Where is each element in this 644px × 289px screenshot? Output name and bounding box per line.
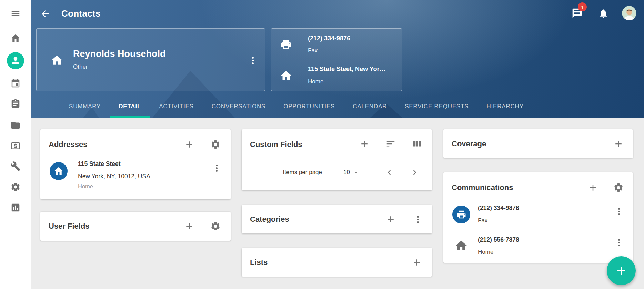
address-home-icon bbox=[50, 162, 68, 180]
lists-title: Lists bbox=[250, 258, 268, 267]
sidebar-item-tasks[interactable] bbox=[0, 95, 31, 112]
addresses-card: Addresses 115 State Steet New York, NY, … bbox=[40, 129, 231, 199]
categories-more-options-icon[interactable] bbox=[413, 215, 422, 224]
sidebar-item-home[interactable] bbox=[0, 30, 31, 47]
items-per-page-select[interactable]: 10 bbox=[334, 166, 368, 179]
sidebar-item-calendar[interactable] bbox=[0, 75, 31, 92]
lists-card: Lists bbox=[242, 248, 432, 277]
clipboard-icon bbox=[10, 99, 21, 109]
contacts-icon bbox=[7, 52, 24, 69]
communication-home-label: Home bbox=[478, 249, 493, 256]
communication-fax-label: Fax bbox=[478, 217, 487, 224]
dropdown-caret-icon bbox=[354, 171, 358, 175]
home-icon bbox=[280, 69, 292, 82]
page-title: Contacts bbox=[61, 8, 101, 19]
notifications-bell-icon[interactable] bbox=[598, 8, 608, 19]
communication-fax-more-options-icon[interactable] bbox=[614, 207, 623, 216]
communications-card: Communications (212) 334-9876 Fax (212) … bbox=[443, 172, 633, 263]
communication-fax-icon bbox=[452, 206, 470, 223]
sidebar-item-contacts-active[interactable] bbox=[0, 52, 31, 69]
address-line2: New York, NY, 10012, USA bbox=[78, 173, 150, 180]
communications-title: Communications bbox=[452, 183, 513, 192]
tab-service-requests[interactable]: SERVICE REQUESTS bbox=[396, 96, 477, 118]
back-arrow-icon[interactable] bbox=[40, 9, 50, 19]
custom-fields-card: Custom Fields Items per page 10 bbox=[242, 129, 432, 190]
quick-info-fax-number: (212) 334-9876 bbox=[308, 35, 350, 42]
addresses-settings-gear-icon[interactable] bbox=[210, 139, 221, 150]
categories-title: Categories bbox=[250, 215, 289, 224]
communication-home-icon bbox=[455, 239, 468, 252]
communications-settings-gear-icon[interactable] bbox=[613, 182, 624, 193]
folder-icon bbox=[10, 120, 21, 130]
communication-home-number: (212) 556-7878 bbox=[478, 236, 519, 243]
household-home-icon bbox=[50, 54, 63, 67]
detail-content: Addresses 115 State Steet New York, NY, … bbox=[31, 118, 644, 289]
fax-icon bbox=[280, 38, 292, 51]
gear-icon bbox=[10, 182, 21, 192]
address-more-options-icon[interactable] bbox=[212, 164, 221, 173]
tab-opportunities[interactable]: OPPORTUNITIES bbox=[274, 96, 344, 118]
calendar-icon bbox=[10, 78, 21, 89]
address-line1: 115 State Steet bbox=[78, 160, 121, 168]
tab-calendar[interactable]: CALENDAR bbox=[344, 96, 396, 118]
add-user-field-icon[interactable] bbox=[184, 221, 194, 231]
items-per-page-label: Items per page bbox=[283, 169, 322, 176]
quick-info-address: 115 State Steet, New Yor… bbox=[308, 66, 385, 73]
sidebar-item-payments[interactable] bbox=[0, 137, 31, 155]
contact-header: Contacts 1 Reynolds Household Other (212… bbox=[31, 0, 644, 118]
categories-card: Categories bbox=[242, 205, 432, 233]
coverage-title: Coverage bbox=[452, 139, 486, 148]
add-communication-icon[interactable] bbox=[588, 182, 598, 193]
address-type-label: Home bbox=[78, 183, 93, 190]
items-per-page-value: 10 bbox=[343, 169, 350, 176]
wrench-icon bbox=[10, 161, 21, 171]
columns-icon[interactable] bbox=[412, 139, 422, 149]
sidebar-item-settings[interactable] bbox=[0, 178, 31, 196]
quick-info-card: (212) 334-9876 Fax 115 State Steet, New … bbox=[271, 28, 402, 91]
previous-page-button[interactable] bbox=[384, 168, 394, 177]
dollar-icon bbox=[10, 141, 21, 151]
contact-type: Other bbox=[73, 63, 88, 70]
user-fields-card: User Fields bbox=[40, 212, 231, 241]
sidebar-item-tools[interactable] bbox=[0, 158, 31, 175]
custom-fields-pagination: Items per page 10 bbox=[242, 162, 432, 182]
chart-icon bbox=[10, 202, 21, 213]
communication-fax-number: (212) 334-9876 bbox=[478, 205, 519, 212]
contact-more-options-icon[interactable] bbox=[248, 56, 257, 65]
user-avatar[interactable] bbox=[622, 6, 636, 20]
add-custom-field-icon[interactable] bbox=[359, 139, 370, 149]
add-coverage-icon[interactable] bbox=[613, 139, 624, 149]
tab-activities[interactable]: ACTIVITIES bbox=[150, 96, 203, 118]
contact-tabs: SUMMARY DETAIL ACTIVITIES CONVERSATIONS … bbox=[60, 96, 533, 118]
tab-summary[interactable]: SUMMARY bbox=[60, 96, 110, 118]
tab-detail[interactable]: DETAIL bbox=[110, 96, 150, 118]
quick-info-address-label: Home bbox=[308, 78, 323, 85]
coverage-card: Coverage bbox=[443, 129, 633, 158]
custom-fields-title: Custom Fields bbox=[250, 140, 302, 149]
add-list-icon[interactable] bbox=[412, 257, 422, 268]
communication-home-more-options-icon[interactable] bbox=[614, 238, 623, 247]
contact-name-card: Reynolds Household Other bbox=[36, 28, 265, 91]
sidebar-item-reports[interactable] bbox=[0, 199, 31, 216]
tab-hierarchy[interactable]: HIERARCHY bbox=[478, 96, 533, 118]
message-count-badge: 1 bbox=[578, 2, 587, 11]
addresses-title: Addresses bbox=[49, 140, 88, 149]
add-fab-button[interactable] bbox=[607, 256, 636, 285]
contact-name: Reynolds Household bbox=[73, 49, 166, 59]
sidebar-item-documents[interactable] bbox=[0, 117, 31, 134]
hamburger-menu-icon[interactable] bbox=[0, 5, 31, 22]
add-address-icon[interactable] bbox=[184, 139, 194, 150]
sidebar bbox=[0, 0, 31, 289]
tab-conversations[interactable]: CONVERSATIONS bbox=[203, 96, 275, 118]
user-fields-settings-gear-icon[interactable] bbox=[210, 221, 221, 231]
row-divider bbox=[478, 230, 633, 230]
user-fields-title: User Fields bbox=[49, 222, 90, 231]
quick-info-fax-label: Fax bbox=[308, 47, 318, 54]
home-icon bbox=[10, 33, 21, 43]
add-category-icon[interactable] bbox=[385, 214, 396, 225]
sort-icon[interactable] bbox=[385, 139, 396, 149]
next-page-button[interactable] bbox=[410, 168, 420, 177]
